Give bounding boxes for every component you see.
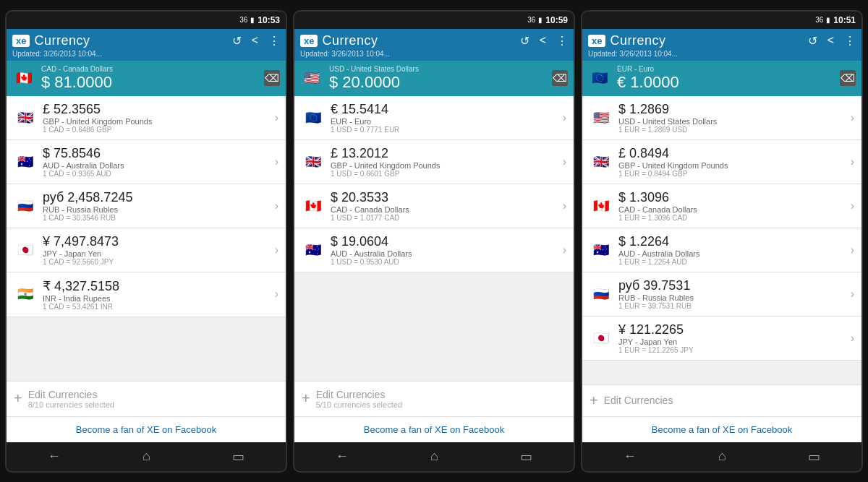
home-button[interactable]: ⌂ [142, 449, 150, 464]
app-subtitle: Updated: 3/26/2013 10:04... [588, 50, 856, 58]
recents-button[interactable]: ▭ [808, 449, 820, 465]
more-icon[interactable]: ⋮ [844, 34, 856, 48]
base-currency-info: EUR - Euro € 1.0000 [617, 65, 834, 92]
currency-value: € 15.5414 [331, 102, 557, 117]
currency-info: ¥ 121.2265 JPY - Japan Yen 1 EUR = 121.2… [618, 322, 845, 354]
currency-rate: 1 CAD = 0.9365 AUD [43, 170, 269, 178]
currency-flag: 🇯🇵 [14, 238, 37, 262]
currency-item[interactable]: 🇷🇺 руб 2,458.7245 RUB - Russia Rubles 1 … [7, 184, 286, 228]
base-currency-row[interactable]: 🇺🇸 USD - United States Dollars $ 20.0000… [294, 61, 574, 96]
currency-item[interactable]: 🇦🇺 $ 1.2264 AUD - Australia Dollars 1 EU… [582, 228, 861, 272]
app-title: Currency [322, 33, 378, 48]
currency-item[interactable]: 🇪🇺 € 15.5414 EUR - Euro 1 USD = 0.7771 E… [294, 96, 574, 140]
currency-item[interactable]: 🇨🇦 $ 20.3533 CAD - Canada Dollars 1 USD … [294, 184, 574, 228]
chevron-right-icon: › [275, 244, 278, 257]
currency-item[interactable]: 🇯🇵 ¥ 7,497.8473 JPY - Japan Yen 1 CAD = … [7, 228, 286, 272]
share-icon[interactable]: < [827, 34, 834, 47]
home-button[interactable]: ⌂ [718, 449, 726, 464]
currency-item[interactable]: 🇬🇧 £ 52.3565 GBP - United Kingdom Pounds… [7, 96, 286, 140]
currency-item[interactable]: 🇨🇦 $ 1.3096 CAD - Canada Dollars 1 EUR =… [582, 184, 861, 228]
currency-info: € 15.5414 EUR - Euro 1 USD = 0.7771 EUR [331, 102, 557, 134]
currency-value: ₹ 4,327.5158 [43, 278, 269, 294]
currency-name: INR - India Rupees [43, 294, 269, 303]
facebook-banner[interactable]: Become a fan of XE on Facebook [7, 416, 286, 442]
base-currency-row[interactable]: 🇪🇺 EUR - Euro € 1.0000 ⌫ [582, 61, 861, 96]
facebook-link[interactable]: Become a fan of XE on Facebook [364, 424, 504, 435]
currency-flag: 🇪🇺 [302, 106, 325, 129]
back-button[interactable]: ← [624, 449, 637, 464]
currency-item[interactable]: 🇦🇺 $ 19.0604 AUD - Australia Dollars 1 U… [294, 228, 574, 272]
back-button[interactable]: ← [48, 449, 61, 464]
clear-input-button[interactable]: ⌫ [552, 70, 568, 86]
time-display: 10:51 [833, 15, 856, 25]
currency-rate: 1 EUR = 1.2869 USD [618, 126, 845, 134]
currency-item[interactable]: 🇺🇸 $ 1.2869 USD - United States Dollars … [582, 96, 861, 140]
refresh-icon[interactable]: ↺ [232, 34, 242, 48]
chevron-right-icon: › [563, 199, 566, 212]
currency-value: руб 2,458.7245 [43, 190, 269, 205]
base-currency-row[interactable]: 🇨🇦 CAD - Canada Dollars $ 81.0000 ⌫ [7, 61, 286, 96]
currency-value: £ 0.8494 [618, 146, 845, 161]
currency-item[interactable]: 🇬🇧 £ 0.8494 GBP - United Kingdom Pounds … [582, 140, 861, 184]
facebook-link[interactable]: Become a fan of XE on Facebook [76, 424, 216, 435]
currency-flag: 🇷🇺 [590, 283, 613, 306]
currency-name: AUD - Australia Dollars [43, 161, 269, 170]
currency-value: $ 1.2869 [618, 102, 845, 117]
more-icon[interactable]: ⋮ [268, 34, 280, 48]
chevron-right-icon: › [563, 244, 566, 257]
phone-3: 36 ▮ 10:51 xe Currency ↺ < ⋮ Updated: 3/… [581, 10, 863, 473]
refresh-icon[interactable]: ↺ [808, 34, 817, 48]
currency-info: £ 13.2012 GBP - United Kingdom Pounds 1 … [331, 146, 557, 178]
edit-currencies-row[interactable]: + Edit Currencies 5/10 currencies select… [294, 381, 574, 416]
currency-flag: 🇬🇧 [302, 150, 325, 173]
xe-logo: xe [300, 35, 318, 47]
more-icon[interactable]: ⋮ [556, 34, 568, 48]
currency-value: $ 1.2264 [618, 234, 845, 249]
chevron-right-icon: › [563, 111, 566, 124]
status-icons: 36 ▮ 10:51 [815, 15, 856, 25]
currency-value: ¥ 121.2265 [618, 322, 845, 337]
currency-info: $ 1.2264 AUD - Australia Dollars 1 EUR =… [618, 234, 845, 266]
edit-currencies-row[interactable]: + Edit Currencies 8/10 currencies select… [7, 381, 286, 416]
edit-currencies-info: Edit Currencies 8/10 currencies selected [28, 389, 114, 409]
share-icon[interactable]: < [252, 34, 258, 47]
currency-item[interactable]: 🇦🇺 $ 75.8546 AUD - Australia Dollars 1 C… [7, 140, 286, 184]
home-button[interactable]: ⌂ [430, 449, 438, 464]
refresh-icon[interactable]: ↺ [520, 34, 529, 48]
base-currency-label: EUR - Euro [617, 65, 834, 73]
facebook-link[interactable]: Become a fan of XE on Facebook [652, 424, 792, 435]
edit-currencies-label: Edit Currencies [28, 389, 114, 400]
edit-currencies-row[interactable]: + Edit Currencies [582, 384, 861, 416]
currency-item[interactable]: 🇬🇧 £ 13.2012 GBP - United Kingdom Pounds… [294, 140, 574, 184]
currency-list: 🇪🇺 € 15.5414 EUR - Euro 1 USD = 0.7771 E… [294, 96, 574, 381]
currency-rate: 1 USD = 0.9530 AUD [331, 258, 557, 266]
facebook-banner[interactable]: Become a fan of XE on Facebook [294, 416, 574, 442]
currency-item[interactable]: 🇮🇳 ₹ 4,327.5158 INR - India Rupees 1 CAD… [7, 272, 286, 317]
chevron-right-icon: › [275, 199, 278, 212]
signal-icon: 36 [239, 16, 247, 24]
recents-button[interactable]: ▭ [232, 449, 244, 465]
battery-icon: ▮ [538, 16, 542, 24]
back-button[interactable]: ← [336, 449, 349, 464]
currency-item[interactable]: 🇯🇵 ¥ 121.2265 JPY - Japan Yen 1 EUR = 12… [582, 317, 861, 361]
recents-button[interactable]: ▭ [520, 449, 532, 465]
clear-input-button[interactable]: ⌫ [840, 70, 856, 86]
base-currency-value: $ 81.0000 [41, 73, 258, 92]
base-currency-label: CAD - Canada Dollars [41, 65, 258, 73]
currency-list: 🇬🇧 £ 52.3565 GBP - United Kingdom Pounds… [7, 96, 286, 381]
currency-name: GBP - United Kingdom Pounds [43, 117, 269, 126]
currency-flag: 🇬🇧 [590, 150, 613, 173]
share-icon[interactable]: < [540, 34, 546, 47]
currency-name: JPY - Japan Yen [43, 249, 269, 258]
currency-name: GBP - United Kingdom Pounds [331, 161, 557, 170]
phone-2: 36 ▮ 10:59 xe Currency ↺ < ⋮ Updated: 3/… [293, 10, 575, 473]
currency-name: CAD - Canada Dollars [618, 205, 845, 214]
clear-input-button[interactable]: ⌫ [264, 70, 280, 86]
currency-rate: 1 CAD = 53.4261 INR [43, 303, 269, 311]
currency-value: $ 75.8546 [43, 146, 269, 161]
facebook-banner[interactable]: Become a fan of XE on Facebook [582, 416, 861, 442]
android-nav: ← ⌂ ▭ [582, 442, 861, 471]
currency-name: EUR - Euro [331, 117, 557, 126]
signal-icon: 36 [815, 16, 823, 24]
currency-item[interactable]: 🇷🇺 руб 39.7531 RUB - Russia Rubles 1 EUR… [582, 272, 861, 317]
